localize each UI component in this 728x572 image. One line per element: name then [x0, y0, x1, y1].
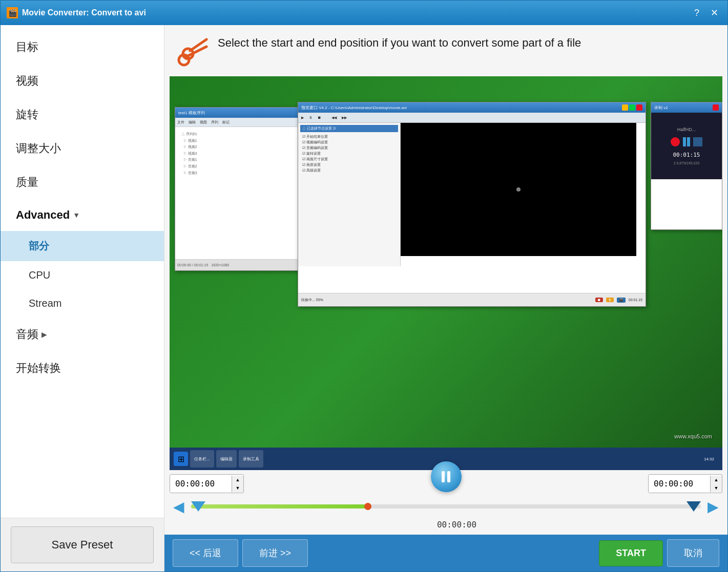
seek-back-icon: ◀: [173, 498, 184, 515]
fake-titlebar-3: 录制 v2: [651, 102, 722, 113]
sidebar-label-video: 视频: [16, 73, 38, 89]
fake-title-2: 预览窗口 V4.2 - C:\Users\Administrator\Deskt…: [301, 105, 621, 111]
sidebar-item-advanced[interactable]: Advanced ▼: [1, 199, 164, 231]
fake-titlebar-2: 预览窗口 V4.2 - C:\Users\Administrator\Deskt…: [298, 102, 646, 113]
back-button[interactable]: << 后退: [173, 539, 238, 567]
fake-video-black: [401, 123, 636, 256]
taskbar-item-1: 任务栏...: [190, 450, 214, 468]
advanced-arrow: ▼: [73, 211, 80, 219]
seekbar-thumb-left[interactable]: [191, 501, 205, 512]
sidebar-item-resize[interactable]: 调整大小: [1, 132, 164, 165]
seekbar-track[interactable]: [191, 501, 701, 512]
start-time-group: ▲ ▼: [170, 474, 244, 493]
sidebar-nav: 目标 视频 旋转 调整大小 质量 Advanced ▼: [1, 25, 164, 518]
sidebar-item-cpu[interactable]: CPU: [1, 261, 164, 289]
pause-icon: [442, 471, 450, 482]
watermark-text: www.xqu5.com: [674, 433, 712, 439]
start-orb: ⊞: [174, 452, 188, 466]
pause-button[interactable]: [431, 461, 462, 492]
taskbar-item-3: 录制工具: [239, 450, 263, 468]
panel-header-text: Select the start and end position if you…: [218, 35, 581, 51]
end-time-group: ▲ ▼: [648, 474, 722, 493]
fake-tree-panel: △ 已选择节点设置 2/ ☑ 开始结束位置 ☑ 视频编码设置 ☑ 音频编码设置 …: [298, 123, 401, 266]
panel-header: Select the start and end position if you…: [164, 25, 727, 76]
sidebar-item-convert[interactable]: 开始转换: [1, 351, 164, 385]
seekbar-thumb-right[interactable]: [687, 501, 701, 512]
sidebar: 目标 视频 旋转 调整大小 质量 Advanced ▼: [1, 25, 164, 571]
sidebar-label-quality: 质量: [16, 175, 38, 190]
start-time-down[interactable]: ▼: [232, 484, 243, 492]
rec-save: [693, 137, 702, 146]
current-time-label: 00:00:00: [191, 520, 722, 529]
fake-btn3-close: [713, 104, 719, 111]
sidebar-label-rotate: 旋转: [16, 107, 38, 122]
help-button[interactable]: ?: [690, 6, 704, 20]
sidebar-label-cpu: CPU: [29, 269, 50, 281]
seek-forward-icon: ▶: [708, 498, 719, 515]
time-controls: ▲ ▼ ▲ ▼: [170, 474, 722, 493]
sidebar-item-stream[interactable]: Stream: [1, 289, 164, 317]
sidebar-item-video[interactable]: 视频: [1, 64, 164, 98]
scissors-icon: [177, 35, 210, 68]
sidebar-item-section[interactable]: 部分: [1, 231, 164, 261]
start-button[interactable]: START: [599, 540, 663, 566]
sidebar-label-audio: 音频: [16, 327, 38, 342]
fake-btn2-close: [636, 104, 642, 111]
end-time-input[interactable]: [649, 475, 710, 493]
video-preview: test1 模板序列 文件编辑视图序列标记 △ 序列01 ▷ 视频1: [170, 76, 722, 470]
sidebar-label-advanced: Advanced: [16, 208, 70, 222]
seekbar-area: ◀ ▶: [170, 497, 722, 516]
taskbar-item-2: 编辑器: [216, 450, 237, 468]
app-window: 🎬 Movie Converter: Convert to avi ? ✕ 目标…: [0, 0, 728, 572]
forward-button[interactable]: 前进 >>: [242, 539, 308, 567]
seek-forward-button[interactable]: ▶: [704, 497, 722, 516]
fake-btn2-min: [622, 104, 628, 111]
title-bar-controls: ? ✕: [690, 6, 721, 20]
fake-toolbar-2: ▶⏸⏹ ◀◀▶▶: [298, 113, 646, 123]
cancel-button[interactable]: 取消: [667, 539, 719, 567]
fake-window-3: 录制 v2 HalfHD...: [651, 102, 722, 230]
bottom-bar: << 后退 前进 >> START 取消: [164, 535, 727, 571]
sidebar-label-section: 部分: [29, 240, 49, 251]
close-button[interactable]: ✕: [707, 6, 721, 20]
fake-window-2: 预览窗口 V4.2 - C:\Users\Administrator\Deskt…: [298, 102, 646, 307]
fake-btn2-max: [629, 104, 635, 111]
video-container: test1 模板序列 文件编辑视图序列标记 △ 序列01 ▷ 视频1: [170, 76, 722, 470]
seekbar-fill: [191, 504, 369, 509]
save-preset-button[interactable]: Save Preset: [11, 526, 154, 563]
sidebar-item-quality[interactable]: 质量: [1, 165, 164, 199]
sidebar-label-target: 目标: [16, 39, 38, 55]
window-title: Movie Converter: Convert to avi: [22, 8, 146, 17]
sidebar-label-stream: Stream: [29, 298, 61, 309]
end-time-spinners: ▲ ▼: [710, 476, 722, 492]
end-time-up[interactable]: ▲: [711, 476, 722, 484]
fake-title-3: 录制 v2: [654, 105, 712, 111]
app-icon: 🎬: [7, 7, 18, 18]
seek-back-button[interactable]: ◀: [170, 497, 188, 516]
sidebar-label-convert: 开始转换: [16, 361, 61, 376]
title-bar-left: 🎬 Movie Converter: Convert to avi: [7, 7, 146, 18]
fake-statusbar: 转换中... 55% ⏺ ⏸ 🎬 00:01:15: [298, 293, 646, 306]
controls-bar: ▲ ▼ ▲ ▼: [164, 470, 727, 535]
rec-stop: [671, 137, 680, 146]
sidebar-label-resize: 调整大小: [16, 141, 61, 156]
taskbar-clock: 14:32: [704, 457, 714, 461]
fake-title-1: test1 模板序列: [178, 110, 308, 116]
start-time-up[interactable]: ▲: [232, 476, 243, 484]
fake-record-area: HalfHD... 00:01:15 2.9,879/245,020: [651, 113, 722, 179]
start-time-input[interactable]: [170, 475, 232, 493]
sidebar-item-target[interactable]: 目标: [1, 30, 164, 64]
save-preset-bar: Save Preset: [1, 518, 164, 571]
pause-bar-1: [442, 471, 445, 482]
title-bar: 🎬 Movie Converter: Convert to avi ? ✕: [1, 1, 727, 25]
right-panel: Select the start and end position if you…: [164, 25, 727, 571]
pause-bar-2: [447, 471, 450, 482]
end-time-down[interactable]: ▼: [711, 484, 722, 492]
video-dot: [516, 187, 521, 192]
sidebar-item-rotate[interactable]: 旋转: [1, 98, 164, 132]
sidebar-item-audio[interactable]: 音频 ▶: [1, 317, 164, 351]
main-content: 目标 视频 旋转 调整大小 质量 Advanced ▼: [1, 25, 727, 571]
start-time-spinners: ▲ ▼: [232, 476, 243, 492]
seekbar-playhead[interactable]: [364, 503, 371, 510]
audio-arrow: ▶: [41, 330, 47, 338]
